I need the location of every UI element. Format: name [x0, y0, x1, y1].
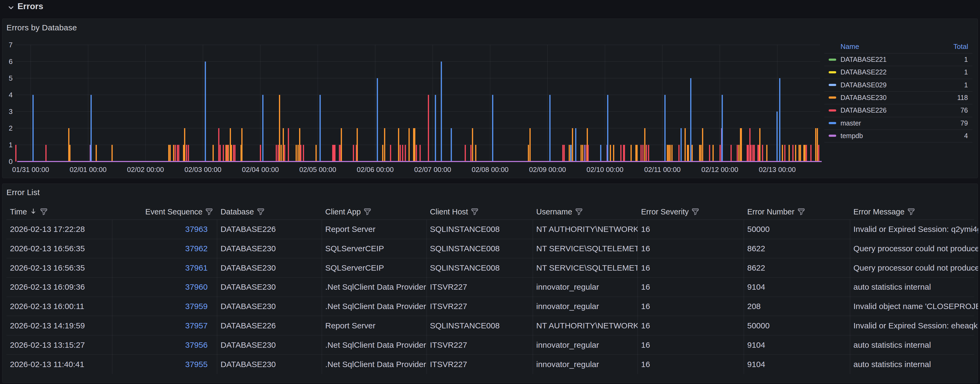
- svg-text:02/13 00:00: 02/13 00:00: [759, 165, 795, 174]
- svg-text:02/04 00:00: 02/04 00:00: [242, 165, 279, 174]
- svg-text:5: 5: [9, 74, 13, 82]
- svg-text:1: 1: [9, 141, 13, 149]
- svg-text:02/02 00:00: 02/02 00:00: [127, 165, 164, 174]
- svg-text:02/03 00:00: 02/03 00:00: [185, 165, 221, 174]
- svg-text:01/31 00:00: 01/31 00:00: [12, 165, 49, 174]
- svg-text:0: 0: [9, 157, 13, 165]
- svg-text:02/08 00:00: 02/08 00:00: [472, 165, 509, 174]
- svg-text:7: 7: [9, 41, 13, 49]
- svg-text:4: 4: [9, 91, 13, 99]
- svg-text:2: 2: [9, 124, 13, 132]
- svg-text:3: 3: [9, 108, 13, 116]
- svg-text:02/07 00:00: 02/07 00:00: [414, 165, 451, 174]
- svg-text:02/10 00:00: 02/10 00:00: [587, 165, 623, 174]
- svg-text:6: 6: [9, 57, 13, 65]
- svg-text:02/09 00:00: 02/09 00:00: [529, 165, 566, 174]
- svg-text:02/06 00:00: 02/06 00:00: [357, 165, 393, 174]
- svg-text:02/11 00:00: 02/11 00:00: [644, 165, 681, 174]
- svg-text:02/05 00:00: 02/05 00:00: [299, 165, 336, 174]
- svg-text:02/01 00:00: 02/01 00:00: [70, 165, 107, 174]
- svg-text:02/12 00:00: 02/12 00:00: [701, 165, 738, 174]
